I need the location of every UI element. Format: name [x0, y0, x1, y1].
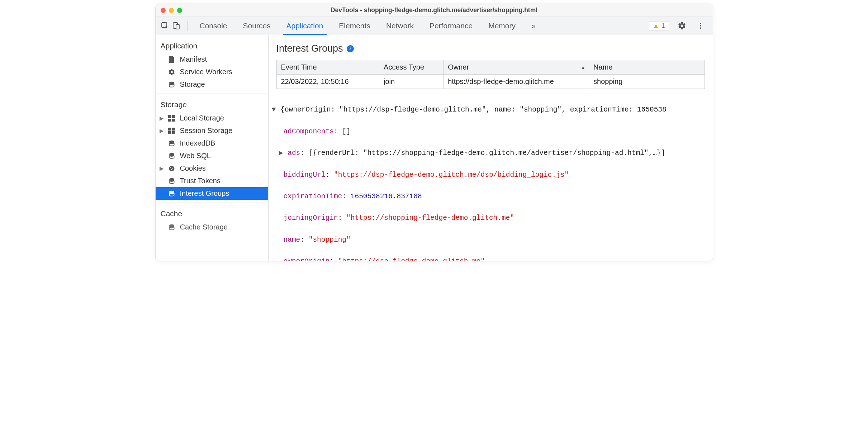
prop-key: adComponents — [284, 128, 334, 136]
sidebar-item-indexeddb[interactable]: ▶ IndexedDB — [156, 137, 268, 150]
warnings-badge[interactable]: ▲ 1 — [649, 21, 669, 31]
panel-title: Interest Groups — [276, 43, 343, 54]
sidebar-item-session-storage[interactable]: ▶ Session Storage — [156, 124, 268, 137]
svg-rect-11 — [168, 128, 171, 131]
prop-val: 1650538216.837188 — [351, 193, 422, 200]
disclosure-closed-icon[interactable]: ▶ — [279, 148, 284, 158]
prop-val: [] — [342, 128, 350, 136]
prop-val: [{renderUrl: "https://shopping-fledge-de… — [309, 149, 665, 157]
svg-rect-13 — [168, 131, 171, 134]
database-icon — [168, 81, 176, 89]
sidebar-item-label: Interest Groups — [180, 189, 229, 198]
col-owner[interactable]: Owner▲ — [444, 60, 589, 75]
main-toolbar: Console Sources Application Elements Net… — [156, 17, 713, 35]
svg-rect-9 — [168, 119, 171, 122]
cell-owner: https://dsp-fledge-demo.glitch.me — [444, 75, 589, 89]
sidebar-item-label: Storage — [180, 80, 205, 89]
warning-icon: ▲ — [653, 23, 659, 29]
sidebar-item-local-storage[interactable]: ▶ Local Storage — [156, 112, 268, 124]
device-toolbar-icon[interactable] — [171, 20, 182, 32]
sidebar-item-interest-groups[interactable]: ▶ Interest Groups — [156, 187, 268, 200]
prop-key: ownerOrigin — [284, 257, 330, 261]
database-icon — [168, 190, 176, 198]
sidebar-item-websql[interactable]: ▶ Web SQL — [156, 150, 268, 162]
devtools-window: DevTools - shopping-fledge-demo.glitch.m… — [155, 4, 713, 261]
svg-point-5 — [700, 28, 701, 29]
toolbar-right: ▲ 1 — [649, 20, 709, 32]
database-icon — [168, 139, 176, 147]
sidebar-item-service-workers[interactable]: ▶ Service Workers — [156, 66, 268, 78]
object-summary: {ownerOrigin: "https://dsp-fledge-demo.g… — [280, 106, 667, 114]
sidebar-item-manifest[interactable]: ▶ Manifest — [156, 53, 268, 66]
file-icon — [168, 56, 176, 63]
col-event-time[interactable]: Event Time — [276, 60, 379, 75]
interest-groups-table: Event Time Access Type Owner▲ Name 22/03… — [276, 60, 705, 89]
svg-point-4 — [700, 25, 701, 27]
tab-elements[interactable]: Elements — [339, 17, 370, 34]
expand-icon[interactable]: ▶ — [159, 165, 164, 172]
window-controls — [161, 8, 182, 13]
sidebar-item-cache-storage[interactable]: ▶ Cache Storage — [156, 221, 268, 233]
more-tabs-button[interactable]: » — [531, 17, 536, 34]
svg-point-3 — [700, 23, 701, 24]
panel-header: Interest Groups i — [269, 35, 713, 60]
application-sidebar: Application ▶ Manifest ▶ Service Workers… — [156, 35, 269, 261]
prop-val: "shopping" — [309, 236, 351, 244]
svg-rect-7 — [168, 115, 171, 118]
table-row[interactable]: 22/03/2022, 10:50:16 join https://dsp-fl… — [276, 75, 705, 89]
database-icon — [168, 223, 176, 231]
svg-point-17 — [169, 166, 174, 171]
sort-asc-icon: ▲ — [581, 65, 585, 70]
disclosure-open-icon[interactable]: ▼ — [271, 104, 276, 115]
sidebar-item-label: Trust Tokens — [180, 177, 220, 185]
svg-rect-14 — [172, 131, 175, 134]
col-name[interactable]: Name — [589, 60, 705, 75]
sidebar-item-cookies[interactable]: ▶ Cookies — [156, 162, 268, 175]
kebab-menu-icon[interactable] — [695, 20, 706, 32]
table-icon — [168, 127, 176, 135]
window-title: DevTools - shopping-fledge-demo.glitch.m… — [182, 6, 686, 14]
tab-console[interactable]: Console — [200, 17, 227, 34]
col-access-type[interactable]: Access Type — [379, 60, 444, 75]
inspect-element-icon[interactable] — [159, 20, 171, 32]
cell-event-time: 22/03/2022, 10:50:16 — [276, 75, 379, 89]
expand-icon[interactable]: ▶ — [159, 115, 164, 122]
sidebar-item-label: Web SQL — [180, 152, 211, 160]
tab-performance[interactable]: Performance — [430, 17, 473, 34]
sidebar-item-label: Session Storage — [180, 127, 233, 135]
sidebar-item-label: Local Storage — [180, 114, 224, 122]
prop-key: ads — [288, 149, 300, 157]
sidebar-item-label: Cache Storage — [180, 223, 228, 231]
prop-val: "https://dsp-fledge-demo.glitch.me/dsp/b… — [334, 171, 569, 179]
tab-memory[interactable]: Memory — [488, 17, 516, 34]
expand-icon[interactable]: ▶ — [159, 128, 164, 134]
tab-application[interactable]: Application — [286, 17, 323, 34]
main-panel: Interest Groups i Event Time Access Type… — [269, 35, 713, 261]
toolbar-divider — [187, 21, 188, 31]
sidebar-section-cache: Cache — [156, 203, 268, 221]
sidebar-item-label: IndexedDB — [180, 139, 215, 147]
minimize-window-button[interactable] — [169, 8, 174, 13]
close-window-button[interactable] — [161, 8, 166, 13]
sidebar-item-trust-tokens[interactable]: ▶ Trust Tokens — [156, 175, 268, 187]
svg-rect-12 — [172, 128, 175, 131]
sidebar-section-storage: Storage — [156, 94, 268, 112]
maximize-window-button[interactable] — [177, 8, 182, 13]
sidebar-section-application: Application — [156, 35, 268, 53]
prop-key: joiningOrigin — [284, 214, 338, 222]
sidebar-item-label: Cookies — [180, 164, 206, 172]
sidebar-item-storage-overview[interactable]: ▶ Storage — [156, 78, 268, 91]
svg-point-19 — [172, 167, 173, 169]
database-icon — [168, 177, 176, 185]
table-icon — [168, 114, 176, 122]
svg-point-20 — [171, 169, 172, 170]
settings-icon[interactable] — [676, 20, 688, 32]
tab-sources[interactable]: Sources — [243, 17, 271, 34]
gear-icon — [168, 68, 176, 76]
info-icon[interactable]: i — [347, 45, 354, 52]
prop-val: "https://dsp-fledge-demo.glitch.me" — [338, 257, 485, 261]
prop-key: biddingUrl — [284, 171, 326, 179]
object-viewer[interactable]: ▼ {ownerOrigin: "https://dsp-fledge-demo… — [269, 92, 713, 261]
tab-network[interactable]: Network — [386, 17, 414, 34]
cookie-icon — [168, 165, 176, 172]
